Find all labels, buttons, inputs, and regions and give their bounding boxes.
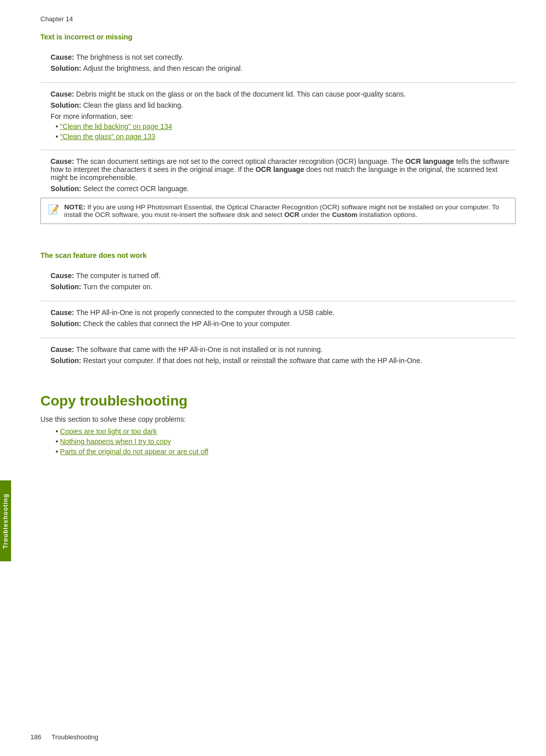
cause-label: Cause: [51,90,76,98]
footer-page-num: 186 [30,733,41,741]
section-scan-not-work: The scan feature does not work Cause: Th… [40,251,516,375]
cause-label: Cause: [51,157,76,165]
copy-link-item[interactable]: Nothing happens when I try to copy [60,437,171,446]
copy-link-item[interactable]: Copies are too light or too dark [60,427,157,435]
cause-text: The scan document settings are not set t… [51,157,509,182]
cause-row: Cause: The HP All-in-One is not properly… [40,308,516,317]
solution-label: Solution: [51,357,83,365]
note-box: 📝 NOTE: If you are using HP Photosmart E… [40,198,516,224]
solution-row: Solution: Clean the glass and lid backin… [40,101,516,109]
cause-label: Cause: [51,272,76,280]
cause-text: The HP All-in-One is not properly connec… [76,308,335,317]
section-heading-area: The scan feature does not work [40,251,516,259]
page-footer: 186 Troubleshooting [30,733,516,741]
cause-label: Cause: [51,308,76,317]
cause-row: Cause: The scan document settings are no… [40,157,516,182]
note-icon: 📝 [48,204,59,218]
entry-item: Cause: The scan document settings are no… [40,150,516,236]
cause-row: Cause: Debris might be stuck on the glas… [40,90,516,98]
copy-links-list: Copies are too light or too dark Nothing… [40,427,516,456]
solution-text: Check the cables that connect the HP All… [83,320,291,328]
section-heading-scan-not-work: The scan feature does not work [40,251,147,259]
entry-item: Cause: The brightness is not set correct… [40,46,516,83]
section-text-incorrect: Text is incorrect or missing Cause: The … [40,33,516,236]
solution-text: Turn the computer on. [83,283,153,291]
list-item: Nothing happens when I try to copy [56,437,516,446]
side-tab-label: Troubleshooting [2,494,9,549]
entry-item: Cause: Debris might be stuck on the glas… [40,83,516,150]
section-heading-area: Text is incorrect or missing [40,33,516,41]
use-section-text: Use this section to solve these copy pro… [40,415,516,423]
entry-item: Cause: The HP All-in-One is not properly… [40,301,516,338]
solution-row: Solution: Check the cables that connect … [40,320,516,328]
list-item: Parts of the original do not appear or a… [56,448,516,456]
solution-text: Restart your computer. If that does not … [83,357,423,365]
cause-row: Cause: The brightness is not set correct… [40,53,516,61]
solution-text: Clean the glass and lid backing. [83,101,184,109]
solution-row: Solution: Select the correct OCR languag… [40,185,516,193]
cause-row: Cause: The software that came with the H… [40,345,516,353]
solution-label: Solution: [51,320,83,328]
note-label: NOTE: [64,203,85,211]
solution-label: Solution: [51,101,83,109]
cause-text: The computer is turned off. [76,272,161,280]
cause-label: Cause: [51,53,76,61]
side-tab: Troubleshooting [0,480,11,561]
copy-troubleshooting-heading: Copy troubleshooting [40,393,516,409]
solution-text: Adjust the brightness, and then rescan t… [83,64,243,72]
link-item[interactable]: "Clean the glass" on page 133 [60,132,155,141]
cause-text: The brightness is not set correctly. [76,53,184,61]
copy-troubleshooting-section: Copy troubleshooting Use this section to… [40,393,516,456]
list-item: "Clean the lid backing" on page 134 [56,122,516,130]
page-content: Chapter 14 Text is incorrect or missing … [10,0,546,488]
list-item: "Clean the glass" on page 133 [56,132,516,141]
section-heading-text-incorrect: Text is incorrect or missing [40,33,132,41]
solution-label: Solution: [51,283,83,291]
footer-label: Troubleshooting [52,733,99,741]
copy-link-item[interactable]: Parts of the original do not appear or a… [60,448,208,456]
links-list: "Clean the lid backing" on page 134 "Cle… [40,122,516,141]
solution-label: Solution: [51,185,83,193]
solution-row: Solution: Turn the computer on. [40,283,516,291]
solution-text: Select the correct OCR language. [83,185,189,193]
chapter-label: Chapter 14 [40,15,516,23]
solution-row: Solution: Adjust the brightness, and the… [40,64,516,72]
cause-text: Debris might be stuck on the glass or on… [76,90,406,98]
note-text: If you are using HP Photosmart Essential… [64,203,499,218]
cause-row: Cause: The computer is turned off. [40,272,516,280]
note-content: NOTE: If you are using HP Photosmart Ess… [64,203,508,218]
link-item[interactable]: "Clean the lid backing" on page 134 [60,122,172,130]
cause-label: Cause: [51,345,76,353]
list-item: Copies are too light or too dark [56,427,516,435]
solution-row: Solution: Restart your computer. If that… [40,357,516,365]
for-more-info-text: For more information, see: [40,112,516,120]
solution-label: Solution: [51,64,83,72]
cause-text: The software that came with the HP All-i… [76,345,323,353]
entry-item: Cause: The computer is turned off. Solut… [40,264,516,301]
entry-item: Cause: The software that came with the H… [40,338,516,375]
